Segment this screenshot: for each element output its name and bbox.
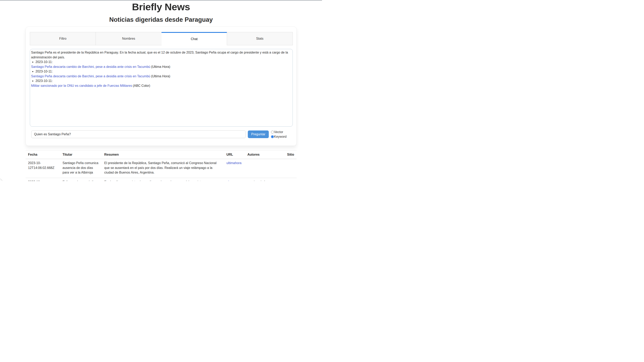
citation-source: (ABC Color) — [133, 84, 150, 87]
cell-sitio — [285, 159, 296, 178]
tab-nombres[interactable]: Nombres — [96, 32, 162, 45]
cell-fecha: 2023-10- — [26, 178, 60, 181]
list-item: 2023-10-11: Santiago Peña descarta cambi… — [36, 60, 290, 69]
vector-radio-label: Vector — [274, 130, 283, 134]
mode-option-keyword[interactable]: Keyword — [271, 134, 286, 139]
tab-stats-label: Stats — [256, 37, 263, 40]
col-header-sitio: Sitio — [285, 150, 296, 159]
news-table: Fecha Titular Resumen URL Autores Sitio … — [26, 150, 296, 181]
tab-bar: Filtro Nombres Chat Stats — [30, 32, 293, 45]
cell-titular: Eclipse solar: ¿qué dice el — [60, 178, 102, 181]
citation-date: 2023-10-11: — [36, 60, 52, 64]
question-input[interactable] — [31, 131, 246, 138]
chat-citation-list: 2023-10-11: Santiago Peña descarta cambi… — [31, 60, 290, 88]
citation-date: 2023-10-11: — [36, 70, 52, 73]
cell-url: ultimahora — [224, 159, 245, 178]
table-header-row: Fecha Titular Resumen URL Autores Sitio — [26, 150, 296, 159]
keyword-radio-label: Keyword — [274, 135, 286, 139]
col-header-fecha: Fecha — [26, 150, 60, 159]
table-row: 2023-10- Eclipse solar: ¿qué dice el En … — [26, 178, 296, 181]
col-header-titular: Titular — [60, 150, 102, 159]
vector-radio[interactable] — [271, 131, 274, 134]
citation-link[interactable]: Santiago Peña descarta cambio de Barchin… — [31, 74, 150, 78]
cell-resumen: En dos días, se registrará un eclipse so… — [102, 178, 224, 181]
col-header-autores: Autores — [245, 150, 285, 159]
citation-line: Santiago Peña descarta cambio de Barchin… — [31, 74, 290, 79]
news-table-section: Fecha Titular Resumen URL Autores Sitio … — [26, 150, 296, 181]
tab-filtro[interactable]: Filtro — [30, 32, 96, 45]
cell-autores: ana-jazmin-lezcano — [245, 178, 285, 181]
page-title: Briefly News — [0, 1, 322, 12]
tab-stats[interactable]: Stats — [227, 32, 293, 45]
citation-date: 2023-10-11: — [36, 79, 52, 83]
col-header-resumen: Resumen — [102, 150, 224, 159]
ask-button[interactable]: Preguntar — [248, 131, 269, 138]
search-mode-group: Vector Keyword — [271, 130, 286, 139]
cell-titular: Santiago Peña comunica ausencia de dos d… — [60, 159, 102, 178]
citation-link[interactable]: Santiago Peña descarta cambio de Barchin… — [31, 65, 150, 68]
cell-resumen: El presidente de la República, Santiago … — [102, 159, 224, 178]
app-root: Briefly News Noticias digeridas desde Pa… — [0, 0, 322, 181]
tab-chat[interactable]: Chat — [162, 32, 227, 45]
chat-answer-text: Santiago Peña es el presidente de la Rep… — [31, 50, 290, 60]
source-link[interactable]: abc — [226, 180, 232, 181]
cell-fecha: 2023-10-12T14:06:02.668Z — [26, 159, 60, 178]
chat-answer-panel: Santiago Peña es el presidente de la Rep… — [30, 49, 293, 127]
tab-chat-label: Chat — [191, 37, 198, 41]
cell-sitio — [285, 178, 296, 181]
cell-autores — [245, 159, 285, 178]
citation-link[interactable]: Militar sancionado por la ONU es candida… — [31, 84, 132, 87]
col-header-url: URL — [224, 150, 245, 159]
table-row: 2023-10-12T14:06:02.668Z Santiago Peña c… — [26, 159, 296, 178]
citation-source: (Ultima Hora) — [151, 65, 170, 68]
citation-source: (Ultima Hora) — [151, 74, 170, 78]
tab-nombres-label: Nombres — [122, 37, 135, 40]
citation-line: Militar sancionado por la ONU es candida… — [31, 83, 290, 88]
citation-line: Santiago Peña descarta cambio de Barchin… — [31, 64, 290, 69]
mode-option-vector[interactable]: Vector — [271, 130, 286, 134]
page-subtitle: Noticias digeridas desde Paraguay — [0, 16, 322, 23]
cell-url: abc — [224, 178, 245, 181]
tab-filtro-label: Filtro — [59, 37, 66, 40]
keyword-radio[interactable] — [271, 135, 274, 138]
main-card: Filtro Nombres Chat Stats Santiago Peña … — [26, 26, 296, 146]
list-item: 2023-10-11: Santiago Peña descarta cambi… — [36, 69, 290, 79]
list-item: 2023-10-11: Militar sancionado por la ON… — [36, 79, 290, 88]
source-link[interactable]: ultimahora — [226, 161, 242, 165]
corner-scroll-indicator — [0, 179, 2, 181]
